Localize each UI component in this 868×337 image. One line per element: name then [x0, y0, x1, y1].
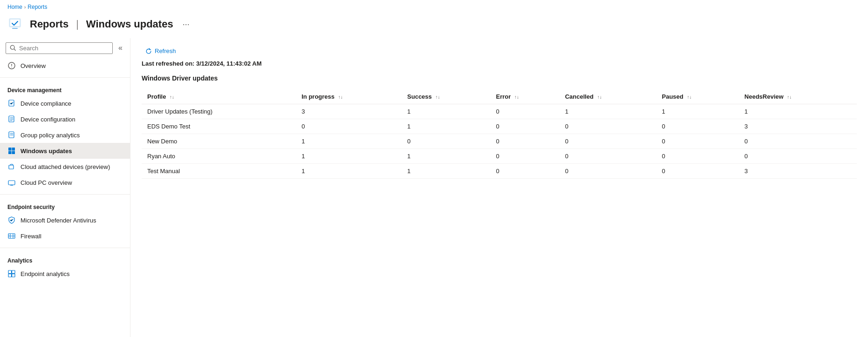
sidebar-item-firewall[interactable]: Firewall	[0, 228, 130, 244]
sort-icon-cancelled: ↑↓	[597, 94, 602, 100]
sidebar-search-box[interactable]	[6, 42, 113, 54]
sidebar-item-cloud-devices[interactable]: Cloud attached devices (preview)	[0, 159, 130, 175]
svg-rect-31	[12, 274, 15, 277]
svg-rect-28	[8, 270, 12, 274]
sidebar-label-device-compliance: Device compliance	[21, 100, 71, 107]
search-input[interactable]	[19, 45, 109, 52]
table-cell[interactable]: 0	[560, 134, 656, 149]
sidebar-section-device: Device management	[0, 81, 130, 95]
main-content: Refresh Last refreshed on: 3/12/2024, 11…	[130, 38, 868, 337]
cloud-pc-icon	[7, 178, 16, 187]
endpoint-analytics-icon	[7, 270, 16, 278]
table-cell[interactable]: 0	[656, 149, 739, 164]
collapse-button[interactable]: «	[116, 42, 124, 54]
table-cell[interactable]: 1	[296, 149, 402, 164]
windows-updates-icon	[7, 147, 16, 155]
last-refreshed-text: Last refreshed on: 3/12/2024, 11:43:02 A…	[142, 60, 857, 67]
table-header: Profile ↑↓ In progress ↑↓ Success ↑↓ Err…	[142, 89, 857, 104]
table-cell: 0	[560, 149, 656, 164]
sidebar-item-overview[interactable]: Overview	[0, 58, 130, 74]
sort-icon-needs-review: ↑↓	[787, 94, 792, 100]
col-error[interactable]: Error ↑↓	[490, 89, 559, 104]
table-cell: 1	[739, 104, 857, 119]
sidebar-item-device-compliance[interactable]: Device compliance	[0, 95, 130, 111]
breadcrumb: Home › Reports	[0, 0, 868, 14]
sidebar-label-endpoint-analytics: Endpoint analytics	[21, 270, 70, 277]
table-cell: 0	[296, 119, 402, 134]
refresh-button[interactable]: Refresh	[142, 46, 180, 56]
table-cell[interactable]: 1	[296, 134, 402, 149]
table-row: EDS Demo Test010003	[142, 119, 857, 134]
table-cell: EDS Demo Test	[142, 119, 296, 134]
sidebar-divider-3	[0, 248, 130, 248]
page-icon	[7, 16, 24, 33]
sidebar-item-defender[interactable]: Microsoft Defender Antivirus	[0, 212, 130, 228]
table-cell: 0	[490, 149, 559, 164]
table-cell: 0	[490, 119, 559, 134]
firewall-icon	[7, 232, 16, 240]
table-row: New Demo100000	[142, 134, 857, 149]
svg-rect-16	[8, 148, 12, 151]
refresh-label: Refresh	[155, 47, 176, 54]
cloud-devices-icon	[7, 162, 16, 171]
table-header-row: Profile ↑↓ In progress ↑↓ Success ↑↓ Err…	[142, 89, 857, 104]
sidebar-label-cloud-devices: Cloud attached devices (preview)	[21, 163, 110, 170]
svg-rect-30	[8, 274, 12, 277]
page-header-sep: |	[76, 18, 79, 30]
table-cell: 0	[490, 134, 559, 149]
col-in-progress[interactable]: In progress ↑↓	[296, 89, 402, 104]
sidebar-item-cloud-pc[interactable]: Cloud PC overview	[0, 175, 130, 190]
table-cell: 3	[739, 119, 857, 134]
sidebar-item-windows-updates[interactable]: Windows updates	[0, 143, 130, 159]
breadcrumb-home[interactable]: Home	[7, 4, 22, 10]
sidebar-label-defender: Microsoft Defender Antivirus	[21, 217, 96, 224]
table-cell: 1	[402, 164, 490, 179]
defender-icon	[7, 216, 16, 224]
breadcrumb-separator: ›	[24, 5, 26, 10]
table-cell[interactable]: 1	[296, 164, 402, 179]
page-header: Reports | Windows updates ···	[0, 14, 868, 38]
table-cell: Driver Updates (Testing)	[142, 104, 296, 119]
table-cell: 0	[656, 119, 739, 134]
sidebar-item-endpoint-analytics[interactable]: Endpoint analytics	[0, 266, 130, 282]
sidebar-item-group-policy[interactable]: Group policy analytics	[0, 127, 130, 143]
section-title: Windows Driver updates	[142, 74, 857, 82]
table-cell: 0	[490, 164, 559, 179]
device-configuration-icon	[7, 115, 16, 123]
table-cell: 0	[402, 134, 490, 149]
table-cell[interactable]: 1	[656, 104, 739, 119]
sidebar-section-analytics: Analytics	[0, 252, 130, 266]
sidebar-item-device-configuration[interactable]: Device configuration	[0, 111, 130, 127]
sidebar: « Overview Device management Device comp…	[0, 38, 130, 337]
table-cell: 0	[560, 119, 656, 134]
col-profile[interactable]: Profile ↑↓	[142, 89, 296, 104]
sidebar-divider-2	[0, 194, 130, 195]
sidebar-label-cloud-pc: Cloud PC overview	[21, 179, 72, 186]
sidebar-search-row: «	[0, 38, 130, 58]
svg-line-4	[14, 49, 15, 50]
sort-icon-in-progress: ↑↓	[338, 94, 343, 100]
table-cell: 1	[402, 104, 490, 119]
table-cell: 0	[739, 149, 857, 164]
page-subtitle: Windows updates	[86, 18, 173, 30]
sidebar-item-label-overview: Overview	[21, 62, 46, 69]
col-needs-review[interactable]: NeedsReview ↑↓	[739, 89, 857, 104]
col-paused[interactable]: Paused ↑↓	[656, 89, 739, 104]
svg-rect-17	[12, 148, 15, 151]
table-cell: 3	[296, 104, 402, 119]
more-options-icon[interactable]: ···	[183, 20, 190, 29]
sidebar-label-firewall: Firewall	[21, 233, 41, 240]
table-cell[interactable]: 0	[656, 164, 739, 179]
sidebar-label-group-policy: Group policy analytics	[21, 132, 80, 139]
driver-updates-table: Profile ↑↓ In progress ↑↓ Success ↑↓ Err…	[142, 89, 857, 179]
col-success[interactable]: Success ↑↓	[402, 89, 490, 104]
sort-icon-profile: ↑↓	[170, 94, 174, 100]
table-cell[interactable]: 1	[560, 104, 656, 119]
svg-rect-20	[9, 165, 14, 169]
col-cancelled[interactable]: Cancelled ↑↓	[560, 89, 656, 104]
table-cell: 1	[402, 149, 490, 164]
svg-point-7	[11, 67, 12, 67]
sidebar-divider-1	[0, 77, 130, 78]
table-cell: 0	[739, 134, 857, 149]
table-cell[interactable]: 0	[656, 134, 739, 149]
